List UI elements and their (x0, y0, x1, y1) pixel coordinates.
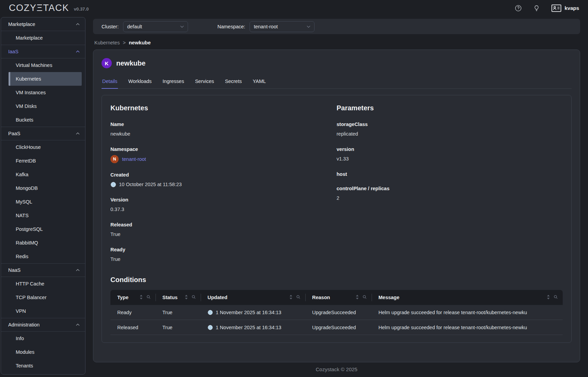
chevron-up-icon (76, 23, 80, 26)
sidebar-group-header-naas[interactable]: NaaS (1, 263, 85, 277)
chevron-up-icon (76, 323, 80, 326)
sidebar-item-clickhouse[interactable]: ClickHouse (9, 140, 82, 154)
breadcrumb: Kubernetes > newkube (94, 40, 580, 45)
context-bar: Cluster: default Namespace: tenant-root (93, 19, 580, 34)
sidebar-group-header-iaas[interactable]: IaaS (1, 45, 85, 58)
tab-yaml[interactable]: YAML (253, 76, 266, 88)
tab-secrets[interactable]: Secrets (225, 76, 242, 88)
sidebar-group-header-administration[interactable]: Administration (1, 318, 85, 332)
sidebar-item-rabbitmq[interactable]: RabbitMQ (9, 236, 82, 250)
search-icon[interactable] (146, 295, 151, 300)
sidebar-panel: Marketplace Marketplace IaaS Virtu (1, 17, 85, 375)
sort-icon[interactable] (185, 294, 188, 301)
main-content: Cluster: default Namespace: tenant-root (85, 16, 588, 377)
field-control-plane-replicas: controlPlane / replicas 2 (337, 186, 563, 202)
sidebar-group-header-marketplace[interactable]: Marketplace (1, 17, 85, 31)
globe-icon (110, 182, 116, 187)
sidebar-item-mysql[interactable]: MySQL (9, 195, 82, 209)
tab-services[interactable]: Services (195, 76, 214, 88)
user-menu[interactable]: kvaps (551, 4, 579, 12)
cluster-label: Cluster: (102, 24, 119, 29)
namespace-select[interactable]: tenant-root (250, 21, 315, 32)
chevron-up-icon (76, 132, 80, 135)
sidebar-item-marketplace[interactable]: Marketplace (9, 31, 82, 45)
chevron-up-icon (76, 269, 80, 271)
cluster-select-value: default (127, 24, 180, 29)
sidebar-item-vpn[interactable]: VPN (9, 304, 82, 318)
breadcrumb-kubernetes[interactable]: Kubernetes (94, 40, 120, 45)
sidebar-item-tcp-balancer[interactable]: TCP Balancer (9, 291, 82, 304)
chevron-up-icon (76, 50, 80, 53)
search-icon[interactable] (362, 295, 367, 300)
sort-icon[interactable] (356, 294, 359, 301)
tab-details[interactable]: Details (102, 76, 117, 88)
tab-workloads[interactable]: Workloads (128, 76, 151, 88)
namespace-avatar: N (110, 155, 119, 163)
topbar: COZYΞTACK v0.37.0 (0, 0, 588, 16)
search-icon[interactable] (553, 295, 558, 300)
sidebar-item-info[interactable]: Info (9, 332, 82, 345)
created-value: 10 October 2025 at 11:58:23 (119, 181, 182, 188)
sidebar-item-vm-disks[interactable]: VM Disks (9, 99, 82, 113)
globe-icon (208, 325, 213, 330)
table-row[interactable]: Released True 1 November 2025 at 16:34:1… (110, 320, 563, 335)
resource-card: K newkube Details Workloads Ingresses Se… (93, 50, 580, 362)
breadcrumb-separator: > (123, 40, 125, 45)
sidebar-group-label: NaaS (8, 267, 21, 273)
field-ready: Ready True (110, 247, 337, 263)
sidebar-item-vm-instances[interactable]: VM Instances (9, 86, 82, 99)
sort-icon[interactable] (289, 294, 293, 301)
resource-header: K newkube (102, 58, 572, 68)
sidebar-item-kafka[interactable]: Kafka (9, 168, 82, 181)
sidebar-group-header-paas[interactable]: PaaS (1, 127, 85, 140)
sidebar-group-paas: PaaS ClickHouse FerretDB Kafka MongoDB M… (1, 127, 85, 263)
sidebar: Marketplace Marketplace IaaS Virtu (0, 16, 85, 377)
sidebar-group-label: Marketplace (8, 22, 35, 27)
sidebar-item-virtual-machines[interactable]: Virtual Machines (9, 58, 82, 72)
app-root: COZYΞTACK v0.37.0 (0, 0, 588, 377)
namespace-label: Namespace: (217, 24, 245, 29)
theme-toggle-lightbulb-icon[interactable] (533, 5, 540, 12)
sidebar-item-tenants[interactable]: Tenants (9, 359, 82, 373)
conditions-title: Conditions (110, 276, 563, 284)
search-icon[interactable] (296, 295, 300, 300)
parameters-section-title: Parameters (337, 104, 563, 112)
field-storage-class: storageClass replicated (337, 122, 563, 138)
column-header-updated: Updated (201, 290, 305, 305)
user-name: kvaps (564, 5, 579, 11)
sidebar-item-postgresql[interactable]: PostgreSQL (9, 222, 82, 236)
resource-title: newkube (116, 59, 146, 67)
field-name: Name newkube (110, 122, 337, 138)
app-version: v0.37.0 (74, 6, 89, 12)
globe-icon (208, 310, 213, 315)
cluster-select[interactable]: default (123, 21, 188, 32)
sort-icon[interactable] (547, 294, 550, 301)
id-card-icon (551, 4, 561, 12)
sidebar-group-naas: NaaS HTTP Cache TCP Balancer VPN (1, 263, 85, 318)
table-row[interactable]: Ready True 1 November 2025 at 16:34:13 U… (110, 305, 563, 320)
tab-ingresses[interactable]: Ingresses (163, 76, 184, 88)
details-panel: Kubernetes Name newkube Namespace N tena… (102, 95, 572, 343)
kubernetes-section: Kubernetes Name newkube Namespace N tena… (110, 104, 337, 272)
column-header-status: Status (156, 290, 201, 305)
namespace-link[interactable]: tenant-root (122, 155, 146, 163)
search-icon[interactable] (191, 295, 196, 300)
field-host: host (337, 171, 563, 177)
sort-icon[interactable] (139, 294, 143, 301)
field-created: Created (110, 172, 337, 188)
sidebar-item-redis[interactable]: Redis (9, 250, 82, 263)
footer-copyright: Cozystack © 2025 (93, 362, 580, 376)
sidebar-item-modules[interactable]: Modules (9, 345, 82, 359)
conditions-section: Conditions Type Status (110, 276, 563, 335)
sidebar-item-mongodb[interactable]: MongoDB (9, 181, 82, 195)
kubernetes-section-title: Kubernetes (110, 104, 337, 112)
sidebar-item-kubernetes[interactable]: Kubernetes (9, 72, 82, 86)
field-param-version: version v1.33 (337, 146, 563, 163)
sidebar-item-http-cache[interactable]: HTTP Cache (9, 277, 82, 291)
help-icon[interactable] (515, 5, 522, 12)
sidebar-group-label: IaaS (8, 49, 18, 54)
sidebar-item-nats[interactable]: NATS (9, 209, 82, 222)
sidebar-item-ferretdb[interactable]: FerretDB (9, 154, 82, 168)
resource-tabs: Details Workloads Ingresses Services Sec… (102, 76, 572, 89)
sidebar-item-buckets[interactable]: Buckets (9, 113, 82, 127)
